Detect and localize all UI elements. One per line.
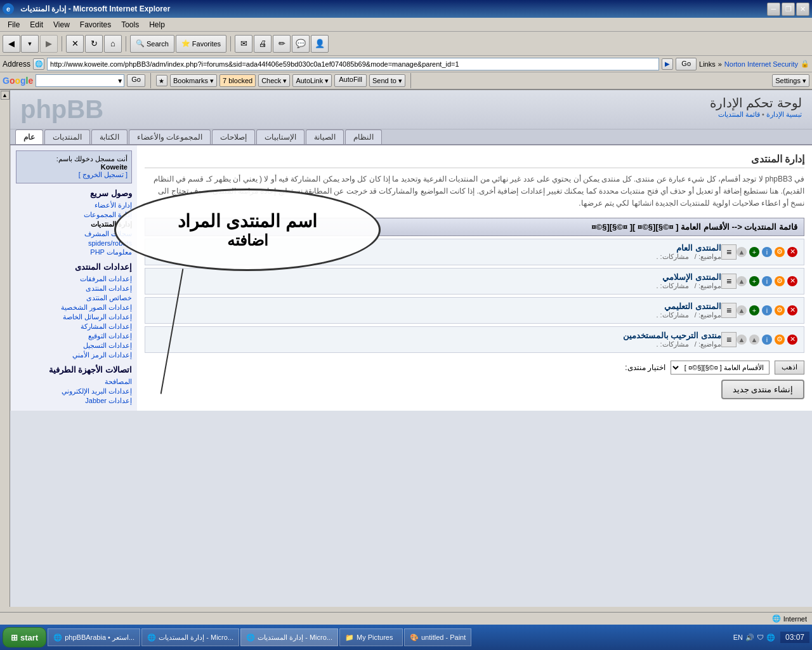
scroll-up-button[interactable]: ▲ [1,91,10,100]
google-go-button[interactable]: Go [127,74,145,87]
forward-button[interactable]: ▶ [40,35,58,53]
menu-tools[interactable]: Tools [116,19,144,30]
google-dropdown-arrow[interactable]: ▼ [117,77,123,84]
back-button[interactable]: ◀ [3,35,20,53]
up-icon-1[interactable]: ▲ [737,247,747,257]
sidebar-link-members[interactable]: إدارة الأعضاء [16,201,132,210]
search-button[interactable]: 🔍 Search [130,35,174,53]
sidebar-link-avatars[interactable]: إعدادات الصور الشخصية [16,303,132,312]
links-separator: » [718,60,722,68]
print-button[interactable]: 🖨 [254,35,272,53]
forum-settings-2[interactable]: ≡ [721,274,737,289]
up-icon-3[interactable]: ▲ [737,305,747,315]
discuss-button[interactable]: 💬 [292,35,310,53]
address-bar: Address 🌐 ▶ Go Links » Norton Internet S… [0,56,812,72]
tab-system[interactable]: النظام [345,129,382,144]
add-icon-3[interactable]: + [749,305,759,315]
g-sep-1 [150,73,151,88]
restore-button[interactable]: ❐ [782,3,795,16]
minimize-button[interactable]: ─ [767,3,780,16]
forum-select[interactable]: الأقسام العامة [ ¤©§][§©¤ ] [671,361,769,375]
sidebar-link-groups[interactable]: إدارة المجموعات [16,210,132,220]
settings-dropdown[interactable]: Settings ▾ [772,74,809,87]
tab-groups[interactable]: المجموعات والأعضاء [129,129,211,144]
home-button[interactable]: ⌂ [104,35,122,53]
edit-icon-1[interactable]: ⚙ [775,247,785,257]
autolink-dropdown[interactable]: AutoLink ▾ [292,74,332,87]
breadcrumb-current[interactable]: قائمة المنتديات [718,110,760,118]
delete-icon-3[interactable]: ✕ [787,305,797,315]
sidebar-link-pm[interactable]: إعدادات الرسائل الخاصة [16,312,132,322]
tab-writing[interactable]: الكتابة [91,129,128,144]
forum-settings-3[interactable]: ≡ [721,303,737,318]
edit-icon-2[interactable]: ⚙ [775,276,785,286]
go-button[interactable]: Go [676,58,697,70]
sidebar-link-email[interactable]: إعدادات البريد الإلكتروني [16,387,132,396]
close-button[interactable]: ✕ [796,3,809,16]
breadcrumb-home[interactable]: تبسية الإدارة [766,110,802,118]
menu-file[interactable]: File [3,19,25,30]
check-dropdown[interactable]: Check ▾ [258,74,290,87]
delete-icon-1[interactable]: ✕ [787,247,797,257]
sidebar-link-registration[interactable]: إعدادات التسجيل [16,341,132,350]
sidebar-link-signature[interactable]: إعدادات التوقيع [16,331,132,341]
sidebar-link-security[interactable]: إعدادات الرمز الأمني [16,350,132,360]
edit-icon-3[interactable]: ⚙ [775,305,785,315]
address-go-arrow[interactable]: ▶ [662,58,673,70]
menu-view[interactable]: View [48,19,75,30]
sidebar-link-forum-props[interactable]: خصائص المنتدى [16,293,132,303]
delete-icon-4[interactable]: ✕ [787,335,797,345]
edit-icon-4[interactable]: ⚙ [775,335,785,345]
sidebar-link-forum-settings[interactable]: إعدادات المنتدى [16,284,132,293]
menu-help[interactable]: Help [144,19,170,30]
messenger-button[interactable]: 👤 [311,35,329,53]
tab-fixes[interactable]: إصلاحات [212,129,255,144]
tab-general[interactable]: عام [15,129,43,144]
favorites-button[interactable]: ⭐ Favorites [176,35,226,53]
forum-settings-4[interactable]: ≡ [721,332,737,347]
sidebar-link-logs[interactable]: سجلات المشرف [16,229,132,239]
go-forum-button[interactable]: اذهب [775,361,804,375]
sidebar-link-php[interactable]: معلومات PHP [16,248,132,257]
sendto-dropdown[interactable]: Send to ▾ [369,74,405,87]
delete-icon-2[interactable]: ✕ [787,276,797,286]
tab-maintenance[interactable]: الصيانة [306,129,344,144]
forum-settings-1[interactable]: ≡ [721,244,737,260]
info-icon-2[interactable]: i [762,276,772,286]
google-star-btn[interactable]: ★ [156,75,167,86]
add-icon-1[interactable]: + [749,247,759,257]
settings-area: Settings ▾ [772,74,809,87]
refresh-button[interactable]: ↻ [85,35,103,53]
menu-favorites[interactable]: Favorites [75,19,116,30]
sidebar-link-attachments[interactable]: إعدادات المرفقات [16,274,132,284]
sidebar-link-posting[interactable]: إعدادات المشاركة [16,322,132,331]
stop-button[interactable]: ✕ [66,35,84,53]
sidebar-link-spiders[interactable]: spiders/robots [16,239,132,248]
tab-forums[interactable]: المنتديات [44,129,90,144]
bookmarks-dropdown[interactable]: Bookmarks ▾ [170,74,217,87]
tab-statistics[interactable]: الإستابيات [256,129,304,144]
forum-title-1: المنتدى العام [152,243,721,253]
back-dropdown[interactable]: ▼ [21,35,39,53]
sidebar-link-jabber[interactable]: إعدادات Jabber [16,396,132,406]
autofill-button[interactable]: AutoFill [334,74,367,87]
sidebar-link-handshake[interactable]: المصافحة [16,377,132,387]
menu-edit[interactable]: Edit [25,19,48,30]
norton-label[interactable]: Norton Internet Security [724,60,798,68]
logout-link[interactable]: [ تسجيل الخروج ] [79,171,128,178]
up-icon-4a[interactable]: ▲ [749,335,759,345]
mail-button[interactable]: ✉ [235,35,252,53]
add-icon-2[interactable]: + [749,276,759,286]
up-icon-2[interactable]: ▲ [737,276,747,286]
blocked-button[interactable]: 7 blocked [219,74,256,87]
search-icon: 🔍 [136,39,145,48]
new-forum-button[interactable]: إنشاء منتدى جديد [721,380,804,399]
google-search-input[interactable] [36,74,124,87]
up-icon-4b[interactable]: ▲ [737,335,747,345]
info-icon-4[interactable]: i [762,335,772,345]
sidebar-link-forums[interactable]: إدارة المنتديات [16,220,132,229]
info-icon-1[interactable]: i [762,247,772,257]
edit-button[interactable]: ✏ [273,35,291,53]
info-icon-3[interactable]: i [762,305,772,315]
address-input[interactable] [47,58,659,70]
